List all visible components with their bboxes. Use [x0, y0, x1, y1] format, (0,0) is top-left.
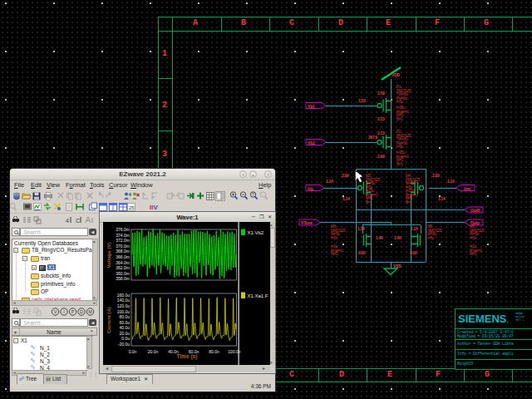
svg-text:60.0u: 60.0u [119, 320, 130, 325]
svg-text:-20.0u: -20.0u [118, 342, 130, 347]
svg-text:0.0n: 0.0n [129, 349, 137, 354]
svg-text:M=1: M=1 [470, 252, 477, 256]
svg-text:0.00: 0.00 [410, 251, 417, 255]
svg-text:368.0m: 368.0m [116, 249, 130, 254]
svg-text:M=1: M=1 [331, 252, 338, 256]
svg-text:1.40: 1.40 [376, 236, 383, 240]
svg-text:l=5u: l=5u [427, 236, 435, 240]
svg-text:2.59: 2.59 [377, 91, 385, 96]
svg-text:360.0m: 360.0m [116, 271, 130, 276]
svg-text:25: 25 [129, 205, 135, 210]
svg-text:100.0u: 100.0u [117, 309, 131, 314]
svg-text:B=1: B=1 [397, 162, 403, 166]
svg-text:Vb1: Vb1 [308, 104, 315, 109]
svg-text:0.00: 0.00 [358, 251, 366, 255]
svg-text:1.14: 1.14 [326, 180, 333, 184]
svg-text:Vb2: Vb2 [308, 140, 315, 145]
svg-text:20.0n: 20.0n [148, 349, 159, 354]
svg-text:VDD: VDD [392, 72, 401, 77]
svg-text:367.0: 367.0 [368, 135, 378, 140]
svg-text:B=1: B=1 [366, 200, 372, 204]
svg-text:40.0u: 40.0u [119, 325, 130, 330]
svg-text:Inp: Inp [308, 186, 313, 191]
svg-text:D: D [80, 309, 83, 314]
svg-text:B=1: B=1 [406, 200, 412, 204]
svg-text:2.09: 2.09 [377, 155, 385, 159]
svg-text:VSS: VSS [393, 264, 401, 268]
svg-text:Current (A): Current (A) [106, 307, 111, 333]
svg-text:372.0m: 372.0m [116, 238, 130, 243]
svg-text:20.0u: 20.0u [119, 331, 130, 336]
svg-text:1.14: 1.14 [357, 227, 365, 231]
svg-text:I: I [63, 309, 65, 314]
svg-text:4: 4 [66, 218, 69, 224]
svg-text:366.0m: 366.0m [116, 254, 130, 259]
svg-text:140.0u: 140.0u [117, 298, 131, 303]
svg-text:100.0n: 100.0n [228, 349, 241, 354]
svg-text:1.53: 1.53 [358, 99, 366, 103]
svg-text:2.00: 2.00 [432, 174, 440, 178]
svg-text:C: C [76, 218, 80, 224]
svg-text:1.40: 1.40 [394, 236, 401, 240]
svg-text:80.0u: 80.0u [119, 314, 130, 319]
svg-text:374.0m: 374.0m [116, 233, 130, 238]
svg-text:B=1: B=1 [397, 117, 403, 121]
svg-text:120.0u: 120.0u [117, 303, 131, 308]
svg-text:370.0m: 370.0m [116, 244, 130, 249]
svg-text:P: P [71, 309, 75, 314]
svg-text:1.14: 1.14 [411, 227, 418, 231]
svg-text:80.0n: 80.0n [209, 349, 219, 354]
svg-text:358.0m: 358.0m [116, 276, 130, 281]
svg-text:1.14: 1.14 [438, 197, 446, 201]
svg-text:l=5u: l=5u [397, 100, 404, 104]
svg-text:2.13: 2.13 [377, 131, 385, 135]
svg-text:160.0u: 160.0u [117, 293, 131, 298]
svg-text:IIV: IIV [150, 204, 158, 211]
svg-text:X1.Xa1.F: X1.Xa1.F [248, 293, 268, 298]
svg-text:X1.Vb2: X1.Vb2 [248, 230, 264, 235]
svg-text:l=5u: l=5u [397, 145, 404, 149]
svg-text:362.0m: 362.0m [116, 265, 130, 270]
svg-text:Time (s): Time (s) [177, 353, 198, 360]
svg-text:2.09: 2.09 [342, 174, 349, 178]
svg-text:l=5u: l=5u [470, 236, 477, 240]
svg-text:2.13: 2.13 [377, 117, 385, 121]
svg-text:1.14: 1.14 [342, 197, 350, 201]
svg-text:0.0u: 0.0u [121, 336, 130, 341]
svg-text:364.0m: 364.0m [116, 260, 130, 265]
svg-text:l=5u: l=5u [331, 236, 338, 240]
svg-text:Inm: Inm [464, 186, 471, 191]
svg-text:OutB: OutB [470, 208, 480, 213]
svg-text:V: V [54, 309, 57, 314]
svg-text:Voltage (V): Voltage (V) [106, 243, 111, 268]
svg-text:1.14: 1.14 [447, 180, 455, 184]
svg-text:376.0m: 376.0m [116, 227, 130, 232]
svg-text:VTune: VTune [301, 220, 313, 225]
svg-text:?: ? [252, 192, 254, 197]
svg-text:M: M [88, 309, 92, 314]
